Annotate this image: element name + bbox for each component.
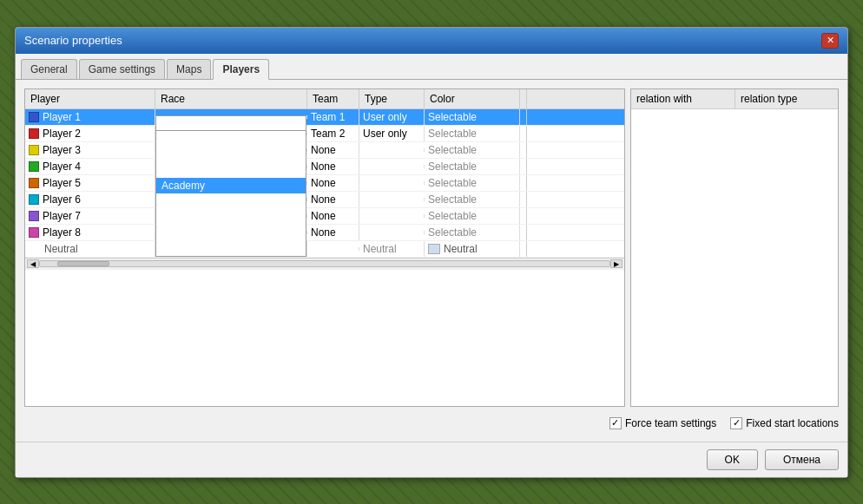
type-cell[interactable]	[359, 165, 425, 168]
col-header-type: Type	[359, 89, 425, 108]
team-cell[interactable]: Team 1	[307, 109, 359, 125]
title-bar: Scenario properties ✕	[16, 28, 847, 54]
scroll-left-arrow[interactable]: ◀	[27, 259, 39, 268]
cancel-button[interactable]: Отмена	[765, 449, 839, 470]
type-cell[interactable]	[359, 181, 425, 185]
table-row[interactable]: Player 5NoneSelectable	[25, 175, 624, 192]
separator-cell	[520, 225, 527, 240]
col-header-team: Team	[307, 89, 359, 108]
type-cell[interactable]	[359, 198, 425, 201]
color-label: Selectable	[428, 111, 477, 123]
players-table-panel: Player Race Team Type Color Player 1Acad…	[24, 88, 625, 407]
table-row[interactable]: Player 8NoneSelectable	[25, 225, 624, 241]
player-name: Neutral	[44, 243, 78, 255]
team-cell[interactable]: None	[307, 142, 359, 158]
color-cell[interactable]: Selectable	[425, 142, 520, 158]
player-name: Player 2	[43, 128, 81, 140]
col-header-player: Player	[25, 89, 155, 108]
table-row[interactable]: Player 6NoneSelectable	[25, 192, 624, 208]
scroll-right-arrow[interactable]: ▶	[610, 259, 623, 268]
color-cell[interactable]: Selectable	[425, 175, 520, 191]
color-cell[interactable]: Selectable	[425, 126, 520, 141]
scenario-properties-dialog: Scenario properties ✕ General Game setti…	[15, 27, 848, 478]
dropdown-option[interactable]: Stronghold	[156, 240, 306, 256]
color-cell[interactable]: Selectable	[425, 208, 520, 224]
type-cell[interactable]	[359, 214, 425, 218]
tabs-bar: General Game settings Maps Players	[16, 54, 847, 80]
race-cell[interactable]: Academy▾SelectableRandomHavenAcademySanc…	[155, 115, 307, 119]
table-row[interactable]: Player 1Academy▾SelectableRandomHavenAca…	[25, 109, 624, 126]
color-cell[interactable]: Neutral	[425, 241, 520, 257]
dropdown-option[interactable]: Haven	[156, 162, 306, 178]
separator-cell	[520, 142, 527, 158]
player-color-dot	[29, 178, 39, 188]
team-cell[interactable]: None	[307, 175, 359, 191]
separator-cell	[520, 192, 527, 207]
force-team-settings-label[interactable]: ✓ Force team settings	[609, 417, 716, 429]
table-row[interactable]: Player 4NoneSelectable	[25, 159, 624, 175]
type-cell[interactable]	[359, 148, 425, 152]
type-cell[interactable]: User only	[359, 109, 425, 125]
scrollbar-thumb[interactable]	[57, 261, 109, 266]
table-row[interactable]: Player 2Team 2User onlySelectable	[25, 126, 624, 142]
table-row[interactable]: Player 7NoneSelectable	[25, 208, 624, 225]
team-cell[interactable]: None	[307, 192, 359, 207]
tab-players[interactable]: Players	[213, 59, 269, 80]
dropdown-option[interactable]: Inferno	[156, 225, 306, 240]
player-name: Player 8	[43, 226, 81, 239]
col-header-relation-type: relation type	[735, 89, 838, 108]
horizontal-scrollbar[interactable]: ◀ ▶	[25, 258, 624, 270]
team-cell[interactable]	[307, 247, 359, 251]
type-cell[interactable]	[359, 231, 425, 234]
tab-maps[interactable]: Maps	[167, 59, 211, 79]
dropdown-option[interactable]: Random	[156, 147, 306, 162]
ok-button[interactable]: OK	[707, 449, 758, 470]
dropdown-option[interactable]: Academy	[156, 178, 306, 193]
tab-general[interactable]: General	[21, 59, 77, 79]
separator-cell	[520, 109, 527, 125]
dropdown-option[interactable]: Selectable	[156, 131, 306, 147]
player-color-dot	[29, 112, 39, 122]
player-name: Player 3	[43, 144, 81, 156]
fixed-start-locations-text: Fixed start locations	[746, 417, 839, 429]
force-team-settings-checkbox[interactable]: ✓	[609, 417, 622, 429]
player-cell: Player 5	[25, 175, 155, 191]
relation-header: relation with relation type	[631, 89, 838, 109]
fixed-start-locations-checkbox[interactable]: ✓	[730, 417, 742, 429]
dropdown-option[interactable]: Sanctuary	[156, 193, 306, 209]
team-cell[interactable]: None	[307, 159, 359, 174]
player-cell: Player 1	[25, 109, 155, 125]
dialog-title: Scenario properties	[24, 34, 122, 47]
team-cell[interactable]: None	[307, 225, 359, 240]
type-cell[interactable]: Neutral	[359, 241, 425, 257]
fixed-start-locations-label[interactable]: ✓ Fixed start locations	[730, 417, 839, 429]
col-header-color: Color	[425, 89, 520, 108]
scrollbar-track[interactable]	[39, 260, 610, 267]
table-row[interactable]: NeutralSelectableNeutralNeutral	[25, 241, 624, 258]
close-button[interactable]: ✕	[821, 33, 839, 49]
bottom-options: ✓ Force team settings ✓ Fixed start loca…	[24, 414, 839, 433]
player-name: Player 6	[43, 193, 81, 206]
separator-cell	[520, 175, 527, 191]
color-cell[interactable]: Selectable	[425, 109, 520, 125]
team-cell[interactable]: None	[307, 208, 359, 224]
race-dropdown-container: Academy▾SelectableRandomHavenAcademySanc…	[155, 115, 306, 257]
force-team-settings-text: Force team settings	[625, 417, 716, 429]
table-row[interactable]: Player 3NoneSelectable	[25, 142, 624, 159]
color-label: Selectable	[428, 144, 477, 156]
race-select-bar[interactable]: Academy▾	[155, 115, 306, 131]
main-area: Player Race Team Type Color Player 1Acad…	[24, 88, 839, 407]
dropdown-option[interactable]: Necropolis	[156, 209, 306, 225]
relation-panel: relation with relation type	[630, 88, 839, 407]
type-cell[interactable]: User only	[359, 126, 425, 141]
color-label: Selectable	[428, 210, 477, 222]
color-label: Neutral	[444, 243, 478, 255]
color-cell[interactable]: Selectable	[425, 192, 520, 207]
color-cell[interactable]: Selectable	[425, 159, 520, 174]
tab-game-settings[interactable]: Game settings	[79, 59, 165, 79]
dialog-buttons: OK Отмена	[16, 442, 847, 477]
dropdown-arrow-icon: ▾	[231, 119, 302, 127]
color-swatch	[428, 244, 440, 254]
color-cell[interactable]: Selectable	[425, 225, 520, 240]
team-cell[interactable]: Team 2	[307, 126, 359, 141]
